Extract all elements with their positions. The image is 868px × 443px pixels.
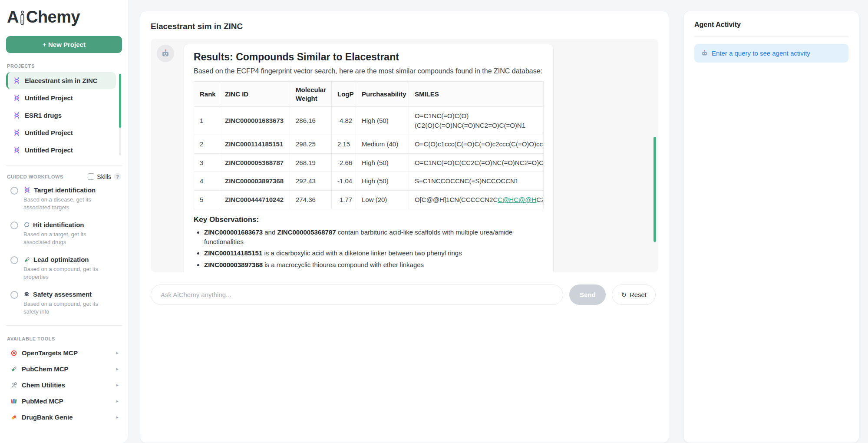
- sidebar-tool-item[interactable]: Chem Utilities▸: [6, 377, 122, 393]
- workflow-description: Based on a target, get its associated dr…: [23, 231, 104, 246]
- cell-molecular-weight: 286.16: [290, 107, 332, 135]
- sidebar-tool-item[interactable]: PubMed MCP▸: [6, 393, 122, 409]
- dna-icon: [23, 186, 31, 194]
- chat-scrollbar-thumb[interactable]: [653, 137, 656, 242]
- text-segment: and: [263, 228, 277, 236]
- observation-item: ZINC000001683673 and ZINC000005368787 co…: [204, 228, 544, 247]
- sidebar-tool-item[interactable]: DrugBank Genie▸: [6, 409, 122, 425]
- cell-zinc-id: ZINC000003897368: [219, 172, 290, 191]
- text-segment: O=C1NC(=O)C(O): [415, 112, 469, 119]
- table-row: 4ZINC000003897368292.43-1.04High (50)S=C…: [194, 172, 544, 191]
- project-label: Untitled Project: [25, 146, 73, 154]
- tool-label: PubChem MCP: [22, 365, 69, 373]
- tool-label: OpenTargets MCP: [22, 349, 78, 357]
- cell-smiles: O=C1NC(=O)C(CC2C(=O)NC(=O)NC2=O)C(=O)N1: [409, 153, 544, 172]
- skills-toggle-group: Skills ?: [88, 173, 121, 180]
- text-segment: is a dicarboxylic acid with a diketone l…: [262, 249, 462, 257]
- table-row: 1ZINC000001683673286.16-4.82High (50)O=C…: [194, 107, 544, 135]
- cell-logp: 2.15: [332, 135, 356, 153]
- observation-item: ZINC000003897368 is a macrocyclic thiour…: [204, 260, 544, 270]
- workflow-radio[interactable]: [10, 222, 18, 229]
- chevron-right-icon[interactable]: ▸: [116, 382, 119, 388]
- workflow-body: Lead optimizationBased on a compound, ge…: [23, 256, 104, 281]
- ask-input[interactable]: [151, 284, 563, 305]
- workflows-list: Target identificationBased on a disease,…: [6, 186, 122, 315]
- test-tube-logo-icon: [20, 10, 25, 25]
- workflows-heading: GUIDED WORKFLOWS: [7, 174, 63, 179]
- workflow-description: Based on a disease, get its associated t…: [23, 196, 104, 211]
- skills-help-badge[interactable]: ?: [114, 173, 121, 180]
- tools-heading: AVAILABLE TOOLS: [7, 336, 122, 341]
- page-title: Elacestrant sim in ZINC: [151, 22, 658, 31]
- test-tube-icon: [23, 256, 30, 263]
- table-row: 5ZINC000444710242274.36-1.77Low (20)O[C@…: [194, 191, 544, 209]
- tools-list: OpenTargets MCP▸PubChem MCP▸Chem Utiliti…: [6, 345, 122, 425]
- new-project-button[interactable]: + New Project: [6, 36, 122, 53]
- chevron-right-icon[interactable]: ▸: [116, 398, 119, 404]
- assistant-avatar: [157, 45, 174, 62]
- workflow-item[interactable]: Lead optimizationBased on a compound, ge…: [6, 256, 122, 281]
- cell-smiles: O=C1NC(=O)C(O)(C2(O)C(=O)NC(=O)NC2=O)C(=…: [409, 107, 544, 135]
- smiles-link[interactable]: C@HC@@H: [498, 196, 536, 203]
- cell-zinc-id: ZINC000001683673: [219, 107, 290, 135]
- reset-button[interactable]: ↻Reset: [612, 284, 656, 305]
- sidebar-project-item[interactable]: Untitled Project: [6, 124, 116, 141]
- app-logo: AChemy: [6, 8, 122, 26]
- sidebar-project-item[interactable]: Elacestrant sim in ZINC: [6, 72, 116, 89]
- workflow-item[interactable]: Target identificationBased on a disease,…: [6, 186, 122, 211]
- workflow-description: Based on a compound, get its properties: [23, 265, 104, 281]
- cell-logp: -2.66: [332, 153, 356, 172]
- table-header-row: RankZINC IDMolecular WeightLogPPurchasab…: [194, 82, 544, 107]
- cell-purchasability: Low (20): [356, 191, 409, 209]
- workflow-item[interactable]: Hit identificationBased on a target, get…: [6, 221, 122, 246]
- send-button[interactable]: Send: [569, 284, 606, 305]
- project-label: Elacestrant sim in ZINC: [25, 77, 98, 84]
- projects-heading: PROJECTS: [7, 63, 122, 69]
- cycle-icon: [23, 222, 30, 228]
- sidebar-project-item[interactable]: Untitled Project: [6, 89, 116, 106]
- cell-purchasability: High (50): [356, 153, 409, 172]
- skull-icon: [23, 291, 30, 298]
- cell-rank: 5: [194, 191, 219, 209]
- chevron-right-icon[interactable]: ▸: [116, 366, 119, 372]
- agent-empty-state: Enter a query to see agent activity: [694, 44, 848, 63]
- key-observations-heading: Key Observations:: [194, 215, 544, 224]
- chat-input-row: Send ↻Reset: [151, 284, 658, 305]
- table-column-header: Purchasability: [356, 82, 409, 107]
- workflow-title-text: Target identification: [34, 186, 96, 194]
- workflow-body: Hit identificationBased on a target, get…: [23, 221, 104, 246]
- results-intro: Based on the ECFP4 fingerprint vector se…: [194, 66, 544, 76]
- sidebar-project-item[interactable]: Untitled Project: [6, 142, 116, 159]
- sidebar-tool-item[interactable]: OpenTargets MCP▸: [6, 345, 122, 361]
- workflow-title: Safety assessment: [23, 291, 104, 298]
- workflow-title: Hit identification: [23, 221, 104, 228]
- chevron-right-icon[interactable]: ▸: [116, 350, 119, 356]
- dna-icon: [13, 112, 20, 119]
- key-observations-list: ZINC000001683673 and ZINC000005368787 co…: [204, 228, 544, 272]
- robot-icon: [701, 50, 708, 57]
- workflow-body: Safety assessmentBased on a compound, ge…: [23, 291, 104, 315]
- workflow-radio[interactable]: [10, 187, 18, 195]
- agent-activity-panel: Agent Activity Enter a query to see agen…: [683, 11, 859, 443]
- assistant-message-card: Results: Compounds Similar to Elacestran…: [184, 44, 554, 272]
- workflow-radio[interactable]: [10, 291, 18, 299]
- similar-compounds-table: RankZINC IDMolecular WeightLogPPurchasab…: [194, 81, 544, 209]
- cell-molecular-weight: 292.43: [290, 172, 332, 191]
- cell-logp: -4.82: [332, 107, 356, 135]
- cell-smiles: S=C1NCCOCCNC(=S)NCCOCCN1: [409, 172, 544, 191]
- workflow-item[interactable]: Safety assessmentBased on a compound, ge…: [6, 291, 122, 315]
- workflow-radio[interactable]: [10, 256, 18, 264]
- tool-label: PubMed MCP: [22, 397, 63, 405]
- cell-molecular-weight: 268.19: [290, 153, 332, 172]
- reset-icon: ↻: [621, 291, 627, 299]
- projects-scrollbar-thumb[interactable]: [119, 74, 121, 128]
- sidebar-tool-item[interactable]: PubChem MCP▸: [6, 361, 122, 377]
- skills-label: Skills: [97, 173, 111, 180]
- chevron-right-icon[interactable]: ▸: [116, 414, 119, 420]
- skills-checkbox[interactable]: [88, 173, 94, 180]
- cell-zinc-id: ZINC000114185151: [219, 135, 290, 153]
- table-row: 2ZINC000114185151298.252.15Medium (40)O=…: [194, 135, 544, 153]
- compound-id: ZINC000005368787: [277, 228, 336, 236]
- sidebar-project-item[interactable]: ESR1 drugs: [6, 107, 116, 124]
- target-icon: [10, 350, 17, 357]
